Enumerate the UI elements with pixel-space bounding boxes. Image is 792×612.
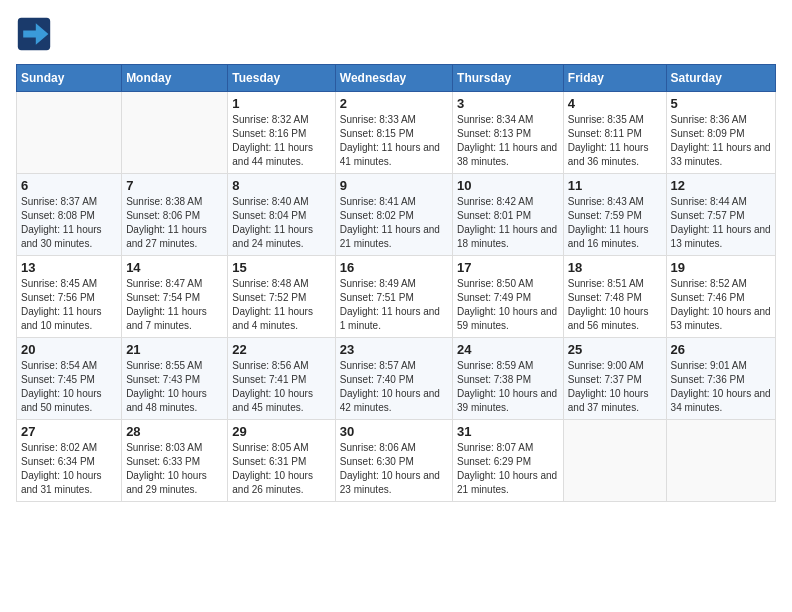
day-number: 14 — [126, 260, 223, 275]
day-number: 21 — [126, 342, 223, 357]
day-number: 22 — [232, 342, 330, 357]
day-number: 15 — [232, 260, 330, 275]
day-info: Sunrise: 8:02 AM Sunset: 6:34 PM Dayligh… — [21, 441, 117, 497]
calendar-week-2: 6Sunrise: 8:37 AM Sunset: 8:08 PM Daylig… — [17, 174, 776, 256]
day-info: Sunrise: 8:42 AM Sunset: 8:01 PM Dayligh… — [457, 195, 559, 251]
day-info: Sunrise: 8:38 AM Sunset: 8:06 PM Dayligh… — [126, 195, 223, 251]
calendar-cell: 9Sunrise: 8:41 AM Sunset: 8:02 PM Daylig… — [335, 174, 452, 256]
day-info: Sunrise: 8:40 AM Sunset: 8:04 PM Dayligh… — [232, 195, 330, 251]
calendar-cell: 4Sunrise: 8:35 AM Sunset: 8:11 PM Daylig… — [563, 92, 666, 174]
calendar-cell — [17, 92, 122, 174]
calendar-cell: 30Sunrise: 8:06 AM Sunset: 6:30 PM Dayli… — [335, 420, 452, 502]
day-number: 17 — [457, 260, 559, 275]
day-number: 3 — [457, 96, 559, 111]
day-number: 18 — [568, 260, 662, 275]
calendar-cell — [563, 420, 666, 502]
day-number: 30 — [340, 424, 448, 439]
day-info: Sunrise: 8:47 AM Sunset: 7:54 PM Dayligh… — [126, 277, 223, 333]
calendar-header-row: SundayMondayTuesdayWednesdayThursdayFrid… — [17, 65, 776, 92]
calendar-cell: 16Sunrise: 8:49 AM Sunset: 7:51 PM Dayli… — [335, 256, 452, 338]
column-header-wednesday: Wednesday — [335, 65, 452, 92]
day-number: 10 — [457, 178, 559, 193]
day-number: 23 — [340, 342, 448, 357]
day-number: 7 — [126, 178, 223, 193]
day-number: 9 — [340, 178, 448, 193]
column-header-friday: Friday — [563, 65, 666, 92]
day-number: 4 — [568, 96, 662, 111]
day-info: Sunrise: 9:00 AM Sunset: 7:37 PM Dayligh… — [568, 359, 662, 415]
calendar-cell: 21Sunrise: 8:55 AM Sunset: 7:43 PM Dayli… — [122, 338, 228, 420]
calendar-cell: 18Sunrise: 8:51 AM Sunset: 7:48 PM Dayli… — [563, 256, 666, 338]
day-number: 24 — [457, 342, 559, 357]
day-info: Sunrise: 8:07 AM Sunset: 6:29 PM Dayligh… — [457, 441, 559, 497]
day-number: 27 — [21, 424, 117, 439]
calendar-cell: 13Sunrise: 8:45 AM Sunset: 7:56 PM Dayli… — [17, 256, 122, 338]
calendar-cell — [666, 420, 775, 502]
day-info: Sunrise: 8:03 AM Sunset: 6:33 PM Dayligh… — [126, 441, 223, 497]
day-info: Sunrise: 8:43 AM Sunset: 7:59 PM Dayligh… — [568, 195, 662, 251]
column-header-thursday: Thursday — [453, 65, 564, 92]
calendar-cell: 5Sunrise: 8:36 AM Sunset: 8:09 PM Daylig… — [666, 92, 775, 174]
day-number: 20 — [21, 342, 117, 357]
calendar-cell: 3Sunrise: 8:34 AM Sunset: 8:13 PM Daylig… — [453, 92, 564, 174]
calendar-cell: 15Sunrise: 8:48 AM Sunset: 7:52 PM Dayli… — [228, 256, 335, 338]
calendar-week-5: 27Sunrise: 8:02 AM Sunset: 6:34 PM Dayli… — [17, 420, 776, 502]
calendar-cell: 27Sunrise: 8:02 AM Sunset: 6:34 PM Dayli… — [17, 420, 122, 502]
day-number: 1 — [232, 96, 330, 111]
day-number: 8 — [232, 178, 330, 193]
day-info: Sunrise: 8:33 AM Sunset: 8:15 PM Dayligh… — [340, 113, 448, 169]
day-number: 31 — [457, 424, 559, 439]
calendar-cell: 23Sunrise: 8:57 AM Sunset: 7:40 PM Dayli… — [335, 338, 452, 420]
calendar-cell: 25Sunrise: 9:00 AM Sunset: 7:37 PM Dayli… — [563, 338, 666, 420]
calendar-cell: 8Sunrise: 8:40 AM Sunset: 8:04 PM Daylig… — [228, 174, 335, 256]
calendar-cell: 29Sunrise: 8:05 AM Sunset: 6:31 PM Dayli… — [228, 420, 335, 502]
day-info: Sunrise: 8:34 AM Sunset: 8:13 PM Dayligh… — [457, 113, 559, 169]
day-info: Sunrise: 8:54 AM Sunset: 7:45 PM Dayligh… — [21, 359, 117, 415]
day-number: 16 — [340, 260, 448, 275]
calendar-cell: 1Sunrise: 8:32 AM Sunset: 8:16 PM Daylig… — [228, 92, 335, 174]
calendar-cell: 7Sunrise: 8:38 AM Sunset: 8:06 PM Daylig… — [122, 174, 228, 256]
calendar-cell: 20Sunrise: 8:54 AM Sunset: 7:45 PM Dayli… — [17, 338, 122, 420]
logo — [16, 16, 56, 52]
calendar-table: SundayMondayTuesdayWednesdayThursdayFrid… — [16, 64, 776, 502]
day-info: Sunrise: 8:57 AM Sunset: 7:40 PM Dayligh… — [340, 359, 448, 415]
calendar-cell: 2Sunrise: 8:33 AM Sunset: 8:15 PM Daylig… — [335, 92, 452, 174]
column-header-sunday: Sunday — [17, 65, 122, 92]
day-info: Sunrise: 9:01 AM Sunset: 7:36 PM Dayligh… — [671, 359, 771, 415]
day-info: Sunrise: 8:48 AM Sunset: 7:52 PM Dayligh… — [232, 277, 330, 333]
day-number: 11 — [568, 178, 662, 193]
calendar-cell: 10Sunrise: 8:42 AM Sunset: 8:01 PM Dayli… — [453, 174, 564, 256]
day-info: Sunrise: 8:06 AM Sunset: 6:30 PM Dayligh… — [340, 441, 448, 497]
day-number: 25 — [568, 342, 662, 357]
calendar-cell: 26Sunrise: 9:01 AM Sunset: 7:36 PM Dayli… — [666, 338, 775, 420]
calendar-cell: 17Sunrise: 8:50 AM Sunset: 7:49 PM Dayli… — [453, 256, 564, 338]
day-info: Sunrise: 8:50 AM Sunset: 7:49 PM Dayligh… — [457, 277, 559, 333]
day-number: 13 — [21, 260, 117, 275]
calendar-cell: 6Sunrise: 8:37 AM Sunset: 8:08 PM Daylig… — [17, 174, 122, 256]
calendar-cell: 31Sunrise: 8:07 AM Sunset: 6:29 PM Dayli… — [453, 420, 564, 502]
column-header-saturday: Saturday — [666, 65, 775, 92]
day-number: 5 — [671, 96, 771, 111]
calendar-week-4: 20Sunrise: 8:54 AM Sunset: 7:45 PM Dayli… — [17, 338, 776, 420]
day-info: Sunrise: 8:32 AM Sunset: 8:16 PM Dayligh… — [232, 113, 330, 169]
calendar-week-1: 1Sunrise: 8:32 AM Sunset: 8:16 PM Daylig… — [17, 92, 776, 174]
day-info: Sunrise: 8:56 AM Sunset: 7:41 PM Dayligh… — [232, 359, 330, 415]
calendar-cell: 11Sunrise: 8:43 AM Sunset: 7:59 PM Dayli… — [563, 174, 666, 256]
calendar-cell: 19Sunrise: 8:52 AM Sunset: 7:46 PM Dayli… — [666, 256, 775, 338]
day-number: 29 — [232, 424, 330, 439]
day-info: Sunrise: 8:37 AM Sunset: 8:08 PM Dayligh… — [21, 195, 117, 251]
day-info: Sunrise: 8:52 AM Sunset: 7:46 PM Dayligh… — [671, 277, 771, 333]
day-info: Sunrise: 8:36 AM Sunset: 8:09 PM Dayligh… — [671, 113, 771, 169]
day-number: 26 — [671, 342, 771, 357]
calendar-cell: 14Sunrise: 8:47 AM Sunset: 7:54 PM Dayli… — [122, 256, 228, 338]
day-number: 2 — [340, 96, 448, 111]
day-number: 19 — [671, 260, 771, 275]
day-info: Sunrise: 8:45 AM Sunset: 7:56 PM Dayligh… — [21, 277, 117, 333]
day-info: Sunrise: 8:35 AM Sunset: 8:11 PM Dayligh… — [568, 113, 662, 169]
calendar-cell — [122, 92, 228, 174]
day-info: Sunrise: 8:44 AM Sunset: 7:57 PM Dayligh… — [671, 195, 771, 251]
day-number: 28 — [126, 424, 223, 439]
day-info: Sunrise: 8:05 AM Sunset: 6:31 PM Dayligh… — [232, 441, 330, 497]
day-number: 6 — [21, 178, 117, 193]
calendar-cell: 22Sunrise: 8:56 AM Sunset: 7:41 PM Dayli… — [228, 338, 335, 420]
